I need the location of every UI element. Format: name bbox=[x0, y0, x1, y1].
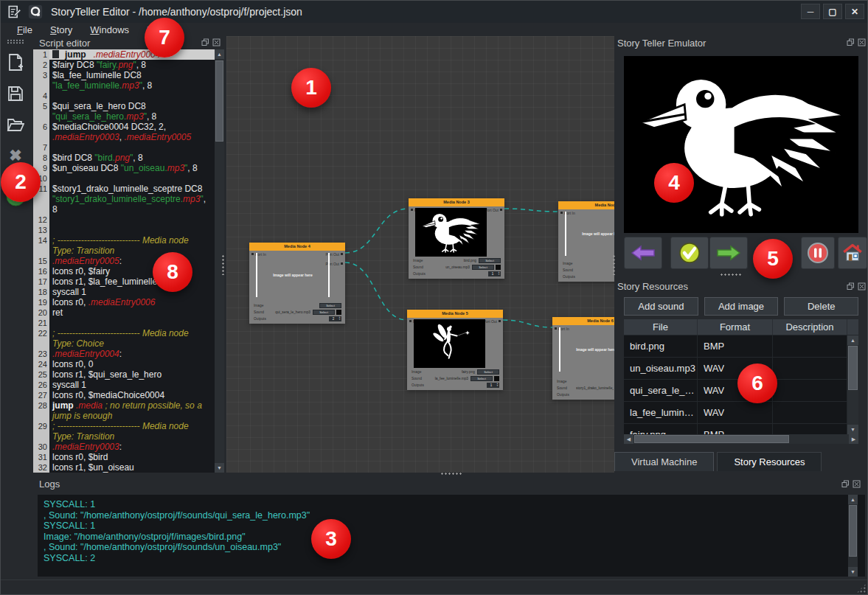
code-line[interactable]: 29; ---------------------------- Media n… bbox=[33, 421, 215, 431]
media-node[interactable]: Media Node 4Port InPort OutPort OutImage… bbox=[249, 243, 345, 324]
float-panel-icon[interactable] bbox=[847, 38, 855, 46]
menu-windows[interactable]: Windows bbox=[83, 24, 136, 35]
new-script-button[interactable] bbox=[1, 50, 30, 75]
log-output[interactable]: SYSCALL: 1, Sound: "/home/anthony/ostpro… bbox=[38, 495, 865, 577]
code-line[interactable]: 8$bird DC8 "bird.png", 8 bbox=[33, 153, 215, 163]
scroll-up-arrow[interactable]: ▲ bbox=[215, 49, 224, 59]
code-line[interactable]: 12 bbox=[33, 215, 215, 225]
code-line[interactable]: 9$un_oiseau DC8 "un_oiseau.mp3", 8 bbox=[33, 163, 215, 173]
trash-icon[interactable] bbox=[336, 310, 341, 315]
splitter-handle[interactable] bbox=[720, 273, 742, 276]
forward-button[interactable] bbox=[709, 237, 748, 269]
select-button[interactable]: Select bbox=[313, 310, 335, 315]
close-panel-icon[interactable] bbox=[858, 38, 866, 46]
code-line[interactable]: Type: Transition bbox=[33, 246, 215, 256]
code-line[interactable]: "la_fee_luminelle.mp3", 8 bbox=[33, 80, 215, 91]
splitter-handle[interactable] bbox=[221, 254, 225, 275]
scroll-thumb[interactable] bbox=[849, 505, 857, 557]
add-image-button[interactable]: Add image bbox=[704, 297, 779, 316]
code-line[interactable]: 4 bbox=[33, 91, 215, 101]
code-line[interactable]: 8 bbox=[33, 204, 215, 215]
table-row[interactable]: fairy.pngBMP bbox=[624, 424, 847, 434]
table-row[interactable]: qui_sera_le_hero.mp3WAV bbox=[624, 380, 847, 402]
code-line[interactable]: 14; ---------------------------- Media n… bbox=[33, 235, 215, 246]
column-header-file[interactable]: File bbox=[624, 319, 698, 335]
scroll-up-arrow[interactable]: ▲ bbox=[847, 335, 858, 345]
back-button[interactable] bbox=[624, 237, 662, 269]
code-line[interactable]: 23.mediaEntry0004: bbox=[33, 349, 215, 359]
code-line[interactable]: 2$fairy DC8 "fairy.png", 8 bbox=[33, 60, 215, 70]
code-line[interactable]: 21 bbox=[33, 318, 215, 328]
code-line[interactable]: 25lcons r1, $qui_sera_le_hero bbox=[33, 369, 215, 380]
node-port-out[interactable]: Port Out bbox=[485, 208, 502, 212]
close-panel-icon[interactable] bbox=[853, 480, 861, 488]
scroll-down-arrow[interactable]: ▼ bbox=[848, 567, 858, 577]
open-button[interactable] bbox=[1, 112, 30, 137]
select-button[interactable]: Select bbox=[319, 303, 341, 308]
confirm-button[interactable] bbox=[670, 237, 709, 269]
tab-virtual-machine[interactable]: Virtual Machine bbox=[614, 452, 714, 471]
code-line[interactable]: 26syscall 1 bbox=[33, 380, 215, 390]
splitter-handle[interactable] bbox=[440, 472, 462, 476]
minimize-button[interactable]: ─ bbox=[801, 4, 820, 19]
trash-icon[interactable] bbox=[494, 376, 499, 381]
splitter-handle[interactable] bbox=[612, 254, 616, 275]
code-line[interactable]: 11$story1_drako_luminelle_sceptre DC8 bbox=[33, 184, 215, 194]
float-panel-icon[interactable] bbox=[847, 282, 855, 290]
code-line[interactable]: 20ret bbox=[33, 307, 215, 318]
outputs-spinner[interactable]: 1▲▼ bbox=[487, 383, 499, 388]
outputs-spinner[interactable]: 2▲▼ bbox=[329, 316, 341, 321]
table-row[interactable]: la_fee_luminelle.mp3WAV bbox=[624, 402, 847, 424]
code-line[interactable]: "qui_sera_le_hero.mp3", 8 bbox=[33, 111, 215, 122]
code-line[interactable]: 24lcons r0, 0 bbox=[33, 359, 215, 369]
code-line[interactable]: Type: Transition bbox=[33, 431, 215, 442]
code-line[interactable]: .mediaEntry0003, .mediaEntry0005 bbox=[33, 132, 215, 142]
tab-story-resources[interactable]: Story Resources bbox=[717, 452, 822, 471]
scroll-left-arrow[interactable]: ◀ bbox=[624, 434, 633, 444]
code-line[interactable]: 32lcons r1, $un_oiseau bbox=[33, 462, 215, 473]
code-line[interactable]: 28jump .media ; no return possible, so a bbox=[33, 400, 215, 411]
outputs-spinner[interactable]: 1▲▼ bbox=[488, 271, 501, 276]
column-header-description[interactable]: Description bbox=[773, 319, 847, 335]
table-body[interactable]: bird.pngBMPun_oiseau.mp3WAVqui_sera_le_h… bbox=[624, 335, 847, 434]
code-line[interactable]: 22; ---------------------------- Media n… bbox=[33, 328, 215, 338]
code-line[interactable]: 19lcons r0, .mediaEntry0006 bbox=[33, 297, 215, 307]
close-panel-icon[interactable] bbox=[212, 38, 221, 46]
table-row[interactable]: un_oiseau.mp3WAV bbox=[624, 358, 847, 380]
code-line[interactable]: 30.mediaEntry0003: bbox=[33, 442, 215, 452]
code-line[interactable]: "story1_drako_luminelle_sceptre.mp3", bbox=[33, 194, 215, 204]
close-button[interactable]: ✕ bbox=[845, 4, 864, 19]
code-line[interactable]: 1jump .mediaEntry0004 bbox=[33, 49, 215, 60]
close-panel-icon[interactable] bbox=[858, 282, 866, 290]
toolbar-drag-handle[interactable] bbox=[7, 39, 24, 44]
code-line[interactable]: Type: Choice bbox=[33, 338, 215, 349]
code-line[interactable]: 27lcons r0, $mediaChoice0004 bbox=[33, 390, 215, 400]
code-line[interactable]: 6$mediaChoice0004 DC32, 2, bbox=[33, 122, 215, 132]
code-line[interactable]: 5$qui_sera_le_hero DC8 bbox=[33, 101, 215, 111]
logs-scrollbar[interactable]: ▲ ▼ bbox=[848, 495, 858, 577]
select-button[interactable]: Select bbox=[471, 376, 493, 381]
select-button[interactable]: Select bbox=[477, 369, 499, 375]
code-line[interactable]: 3$la_fee_luminelle DC8 bbox=[33, 70, 215, 80]
float-panel-icon[interactable] bbox=[201, 38, 209, 46]
code-line[interactable]: 10 bbox=[33, 173, 215, 184]
scroll-thumb[interactable] bbox=[848, 346, 858, 390]
trash-icon[interactable] bbox=[496, 265, 501, 270]
code-line[interactable]: 18syscall 1 bbox=[33, 287, 215, 297]
media-node[interactable]: Media Node 6Port InImage will appear her… bbox=[552, 317, 614, 400]
menu-file[interactable]: File bbox=[10, 24, 40, 35]
media-node[interactable]: Media Node 5Port InPort OutImagefairy.pn… bbox=[407, 310, 503, 390]
float-panel-icon[interactable] bbox=[841, 480, 850, 488]
select-button[interactable]: Select bbox=[472, 265, 494, 270]
scroll-up-arrow[interactable]: ▲ bbox=[848, 495, 858, 504]
delete-button[interactable]: Delete bbox=[784, 297, 858, 316]
scroll-right-arrow[interactable]: ▶ bbox=[849, 434, 858, 444]
home-button[interactable] bbox=[838, 237, 867, 269]
pause-button[interactable] bbox=[801, 237, 835, 269]
column-header-format[interactable]: Format bbox=[698, 319, 773, 335]
scroll-down-arrow[interactable]: ▼ bbox=[215, 463, 224, 473]
resize-grip[interactable] bbox=[856, 583, 867, 594]
maximize-button[interactable]: ▢ bbox=[823, 4, 842, 19]
scroll-thumb[interactable] bbox=[215, 60, 223, 142]
add-sound-button[interactable]: Add sound bbox=[624, 297, 698, 316]
